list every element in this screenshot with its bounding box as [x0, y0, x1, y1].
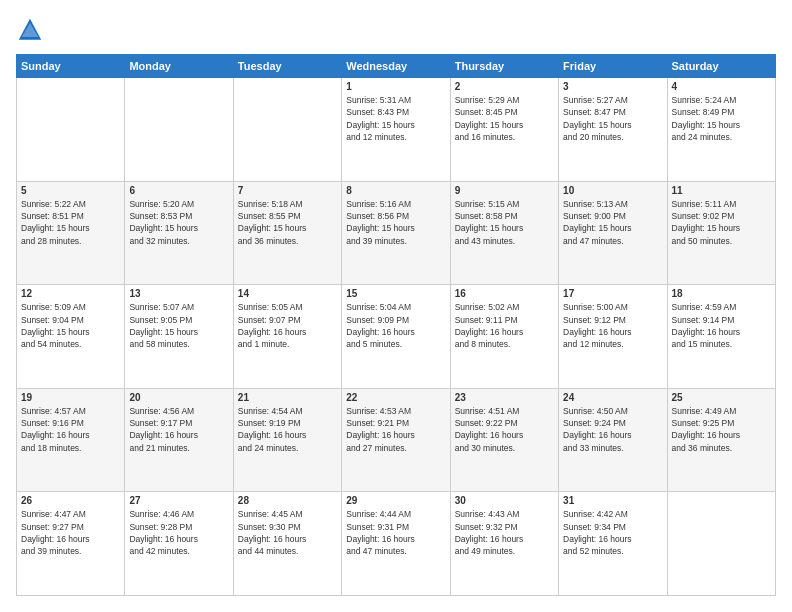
calendar-cell: 26Sunrise: 4:47 AM Sunset: 9:27 PM Dayli…	[17, 492, 125, 596]
calendar-cell: 4Sunrise: 5:24 AM Sunset: 8:49 PM Daylig…	[667, 78, 775, 182]
cell-content: Sunrise: 5:18 AM Sunset: 8:55 PM Dayligh…	[238, 198, 337, 247]
cell-content: Sunrise: 4:50 AM Sunset: 9:24 PM Dayligh…	[563, 405, 662, 454]
day-header-friday: Friday	[559, 55, 667, 78]
cell-content: Sunrise: 4:43 AM Sunset: 9:32 PM Dayligh…	[455, 508, 554, 557]
calendar-cell: 18Sunrise: 4:59 AM Sunset: 9:14 PM Dayli…	[667, 285, 775, 389]
calendar-cell: 14Sunrise: 5:05 AM Sunset: 9:07 PM Dayli…	[233, 285, 341, 389]
cell-content: Sunrise: 5:29 AM Sunset: 8:45 PM Dayligh…	[455, 94, 554, 143]
day-header-saturday: Saturday	[667, 55, 775, 78]
day-number: 12	[21, 288, 120, 299]
day-number: 6	[129, 185, 228, 196]
calendar-cell	[233, 78, 341, 182]
day-number: 3	[563, 81, 662, 92]
calendar-table: SundayMondayTuesdayWednesdayThursdayFrid…	[16, 54, 776, 596]
cell-content: Sunrise: 5:09 AM Sunset: 9:04 PM Dayligh…	[21, 301, 120, 350]
cell-content: Sunrise: 5:04 AM Sunset: 9:09 PM Dayligh…	[346, 301, 445, 350]
calendar-cell: 28Sunrise: 4:45 AM Sunset: 9:30 PM Dayli…	[233, 492, 341, 596]
day-number: 25	[672, 392, 771, 403]
cell-content: Sunrise: 4:49 AM Sunset: 9:25 PM Dayligh…	[672, 405, 771, 454]
day-number: 31	[563, 495, 662, 506]
cell-content: Sunrise: 5:02 AM Sunset: 9:11 PM Dayligh…	[455, 301, 554, 350]
day-number: 10	[563, 185, 662, 196]
cell-content: Sunrise: 4:57 AM Sunset: 9:16 PM Dayligh…	[21, 405, 120, 454]
day-number: 30	[455, 495, 554, 506]
cell-content: Sunrise: 5:15 AM Sunset: 8:58 PM Dayligh…	[455, 198, 554, 247]
cell-content: Sunrise: 5:11 AM Sunset: 9:02 PM Dayligh…	[672, 198, 771, 247]
day-header-monday: Monday	[125, 55, 233, 78]
cell-content: Sunrise: 5:16 AM Sunset: 8:56 PM Dayligh…	[346, 198, 445, 247]
day-number: 8	[346, 185, 445, 196]
cell-content: Sunrise: 5:00 AM Sunset: 9:12 PM Dayligh…	[563, 301, 662, 350]
cell-content: Sunrise: 4:51 AM Sunset: 9:22 PM Dayligh…	[455, 405, 554, 454]
day-number: 22	[346, 392, 445, 403]
day-number: 27	[129, 495, 228, 506]
calendar-cell: 19Sunrise: 4:57 AM Sunset: 9:16 PM Dayli…	[17, 388, 125, 492]
day-number: 17	[563, 288, 662, 299]
week-row-2: 5Sunrise: 5:22 AM Sunset: 8:51 PM Daylig…	[17, 181, 776, 285]
day-number: 9	[455, 185, 554, 196]
calendar-cell: 23Sunrise: 4:51 AM Sunset: 9:22 PM Dayli…	[450, 388, 558, 492]
day-number: 15	[346, 288, 445, 299]
cell-content: Sunrise: 4:46 AM Sunset: 9:28 PM Dayligh…	[129, 508, 228, 557]
calendar-cell: 6Sunrise: 5:20 AM Sunset: 8:53 PM Daylig…	[125, 181, 233, 285]
day-number: 18	[672, 288, 771, 299]
logo	[16, 16, 48, 44]
page: SundayMondayTuesdayWednesdayThursdayFrid…	[0, 0, 792, 612]
day-number: 11	[672, 185, 771, 196]
cell-content: Sunrise: 5:07 AM Sunset: 9:05 PM Dayligh…	[129, 301, 228, 350]
day-number: 5	[21, 185, 120, 196]
day-number: 24	[563, 392, 662, 403]
day-number: 21	[238, 392, 337, 403]
cell-content: Sunrise: 5:20 AM Sunset: 8:53 PM Dayligh…	[129, 198, 228, 247]
week-row-5: 26Sunrise: 4:47 AM Sunset: 9:27 PM Dayli…	[17, 492, 776, 596]
calendar-cell: 21Sunrise: 4:54 AM Sunset: 9:19 PM Dayli…	[233, 388, 341, 492]
calendar-cell: 31Sunrise: 4:42 AM Sunset: 9:34 PM Dayli…	[559, 492, 667, 596]
day-header-thursday: Thursday	[450, 55, 558, 78]
calendar-cell: 8Sunrise: 5:16 AM Sunset: 8:56 PM Daylig…	[342, 181, 450, 285]
calendar-cell: 17Sunrise: 5:00 AM Sunset: 9:12 PM Dayli…	[559, 285, 667, 389]
cell-content: Sunrise: 5:05 AM Sunset: 9:07 PM Dayligh…	[238, 301, 337, 350]
calendar-cell	[17, 78, 125, 182]
day-number: 20	[129, 392, 228, 403]
cell-content: Sunrise: 4:44 AM Sunset: 9:31 PM Dayligh…	[346, 508, 445, 557]
calendar-cell: 10Sunrise: 5:13 AM Sunset: 9:00 PM Dayli…	[559, 181, 667, 285]
calendar-cell: 16Sunrise: 5:02 AM Sunset: 9:11 PM Dayli…	[450, 285, 558, 389]
day-header-sunday: Sunday	[17, 55, 125, 78]
calendar-cell: 7Sunrise: 5:18 AM Sunset: 8:55 PM Daylig…	[233, 181, 341, 285]
day-number: 26	[21, 495, 120, 506]
calendar-cell: 24Sunrise: 4:50 AM Sunset: 9:24 PM Dayli…	[559, 388, 667, 492]
cell-content: Sunrise: 5:24 AM Sunset: 8:49 PM Dayligh…	[672, 94, 771, 143]
calendar-cell: 11Sunrise: 5:11 AM Sunset: 9:02 PM Dayli…	[667, 181, 775, 285]
calendar-cell	[667, 492, 775, 596]
day-number: 29	[346, 495, 445, 506]
day-number: 23	[455, 392, 554, 403]
day-number: 1	[346, 81, 445, 92]
day-number: 16	[455, 288, 554, 299]
cell-content: Sunrise: 5:31 AM Sunset: 8:43 PM Dayligh…	[346, 94, 445, 143]
cell-content: Sunrise: 4:45 AM Sunset: 9:30 PM Dayligh…	[238, 508, 337, 557]
header-row: SundayMondayTuesdayWednesdayThursdayFrid…	[17, 55, 776, 78]
calendar-cell: 25Sunrise: 4:49 AM Sunset: 9:25 PM Dayli…	[667, 388, 775, 492]
cell-content: Sunrise: 4:53 AM Sunset: 9:21 PM Dayligh…	[346, 405, 445, 454]
calendar-cell: 12Sunrise: 5:09 AM Sunset: 9:04 PM Dayli…	[17, 285, 125, 389]
logo-icon	[16, 16, 44, 44]
calendar-cell	[125, 78, 233, 182]
day-number: 7	[238, 185, 337, 196]
day-number: 4	[672, 81, 771, 92]
calendar-cell: 9Sunrise: 5:15 AM Sunset: 8:58 PM Daylig…	[450, 181, 558, 285]
day-number: 13	[129, 288, 228, 299]
calendar-cell: 30Sunrise: 4:43 AM Sunset: 9:32 PM Dayli…	[450, 492, 558, 596]
calendar-cell: 29Sunrise: 4:44 AM Sunset: 9:31 PM Dayli…	[342, 492, 450, 596]
week-row-1: 1Sunrise: 5:31 AM Sunset: 8:43 PM Daylig…	[17, 78, 776, 182]
cell-content: Sunrise: 4:59 AM Sunset: 9:14 PM Dayligh…	[672, 301, 771, 350]
week-row-4: 19Sunrise: 4:57 AM Sunset: 9:16 PM Dayli…	[17, 388, 776, 492]
day-number: 19	[21, 392, 120, 403]
calendar-cell: 5Sunrise: 5:22 AM Sunset: 8:51 PM Daylig…	[17, 181, 125, 285]
day-header-wednesday: Wednesday	[342, 55, 450, 78]
calendar-cell: 20Sunrise: 4:56 AM Sunset: 9:17 PM Dayli…	[125, 388, 233, 492]
calendar-cell: 3Sunrise: 5:27 AM Sunset: 8:47 PM Daylig…	[559, 78, 667, 182]
calendar-cell: 2Sunrise: 5:29 AM Sunset: 8:45 PM Daylig…	[450, 78, 558, 182]
calendar-cell: 22Sunrise: 4:53 AM Sunset: 9:21 PM Dayli…	[342, 388, 450, 492]
day-number: 14	[238, 288, 337, 299]
day-header-tuesday: Tuesday	[233, 55, 341, 78]
